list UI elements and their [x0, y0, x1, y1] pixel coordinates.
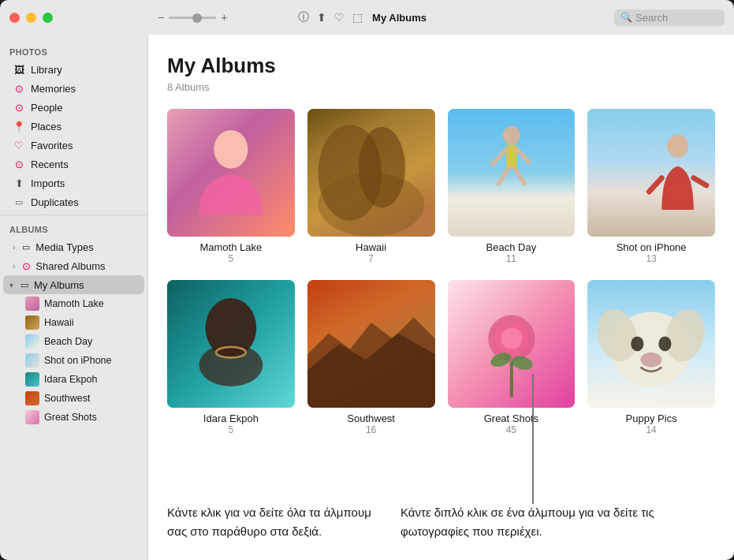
shot-on-iphone-album-count: 13: [646, 253, 656, 264]
sidebar: Photos 🖼 Library ⊙ Memories ⊙ People 📍 P…: [0, 35, 148, 560]
sidebar-group-media-types[interactable]: › ▭ Media Types: [3, 237, 144, 256]
album-shot-on-iphone[interactable]: Shot on iPhone 13: [587, 109, 715, 264]
album-great-shots[interactable]: Great Shots 45: [448, 280, 576, 435]
annotation-right-text: Κάντε διπλό κλικ σε ένα άλμπουμ για να δ…: [401, 503, 715, 541]
main-window: − + ⓘ ⬆ ♡ ⬚ My Albums 🔍 Search Photos: [0, 0, 734, 560]
svg-point-14: [667, 134, 688, 158]
sidebar-subitem-southwest[interactable]: Southwest: [3, 389, 144, 408]
rotate-icon[interactable]: ⬚: [352, 11, 363, 24]
photos-section-label: Photos: [0, 41, 147, 60]
sidebar-subitem-idara-ekpoh-label: Idara Ekpoh: [44, 374, 97, 385]
minimize-button[interactable]: [26, 13, 36, 23]
sidebar-subitem-idara-ekpoh[interactable]: Idara Ekpoh: [3, 370, 144, 389]
zoom-in-icon[interactable]: +: [221, 11, 227, 24]
titlebar-center: ⓘ ⬆ ♡ ⬚ My Albums: [298, 10, 436, 24]
content-column: My Albums 8 Albums: [148, 35, 734, 560]
svg-rect-0: [167, 109, 295, 237]
sidebar-group-shared-albums-label: Shared Albums: [35, 260, 105, 272]
sidebar-item-memories[interactable]: ⊙ Memories: [3, 79, 144, 98]
album-southwest[interactable]: Southwest 16: [307, 280, 435, 435]
svg-rect-13: [587, 109, 715, 237]
album-hawaii[interactable]: Hawaii 7: [307, 109, 435, 264]
search-icon: 🔍: [620, 12, 632, 23]
sidebar-item-imports-label: Imports: [31, 177, 65, 189]
media-types-chevron-icon: ›: [13, 243, 15, 252]
sidebar-subitem-beach-day[interactable]: Beach Day: [3, 332, 144, 351]
sidebar-item-places[interactable]: 📍 Places: [3, 117, 144, 136]
annotation-left: Κάντε κλικ για να δείτε όλα τα άλμπουμ σ…: [167, 503, 372, 541]
window-title: My Albums: [372, 12, 427, 24]
sidebar-group-shared-albums[interactable]: › ⊙ Shared Albums: [3, 256, 144, 275]
beach-day-thumb: [25, 334, 39, 349]
album-puppy-pics[interactable]: Puppy Pics 14: [587, 280, 715, 435]
southwest-album-count: 16: [366, 424, 376, 435]
sidebar-item-recents[interactable]: ⊙ Recents: [3, 155, 144, 174]
search-area[interactable]: 🔍 Search: [614, 9, 725, 26]
zoom-slider-thumb[interactable]: [192, 13, 202, 23]
duplicates-icon: ▭: [13, 196, 25, 208]
mamoth-lake-album-thumb: [167, 109, 295, 237]
southwest-album-name: Southwest: [347, 413, 395, 424]
albums-section-label: Albums: [0, 218, 147, 237]
album-mamoth-lake[interactable]: Mamoth Lake 5: [167, 109, 295, 264]
sidebar-item-imports[interactable]: ⬆ Imports: [3, 174, 144, 192]
beach-day-album-name: Beach Day: [486, 241, 537, 253]
recents-icon: ⊙: [13, 158, 25, 170]
memories-icon: ⊙: [13, 82, 25, 95]
heart-icon[interactable]: ♡: [334, 11, 345, 24]
sidebar-subitem-mamoth-lake-label: Mamoth Lake: [44, 298, 104, 309]
album-idara-ekpoh[interactable]: Idara Ekpoh 5: [167, 280, 295, 435]
southwest-thumb: [25, 391, 39, 405]
people-icon: ⊙: [13, 101, 25, 114]
shared-albums-icon: ⊙: [20, 259, 32, 272]
svg-point-5: [358, 127, 404, 207]
sidebar-item-people-label: People: [31, 102, 62, 114]
svg-point-36: [659, 336, 672, 351]
svg-point-37: [641, 352, 662, 367]
shot-on-iphone-album-name: Shot on iPhone: [617, 241, 687, 253]
sidebar-group-my-albums-label: My Albums: [34, 279, 84, 291]
sidebar-subitem-hawaii[interactable]: Hawaii: [3, 313, 144, 332]
sidebar-item-favorites[interactable]: ♡ Favorites: [3, 136, 144, 155]
close-button[interactable]: [9, 13, 20, 23]
zoom-slider-area: − +: [158, 11, 227, 24]
sidebar-subitem-shot-on-iphone[interactable]: Shot on iPhone: [3, 351, 144, 370]
albums-count: 8 Albums: [167, 81, 715, 93]
media-types-icon: ▭: [20, 241, 32, 253]
sidebar-subitem-great-shots-label: Great Shots: [44, 412, 97, 423]
annotation-area: Κάντε κλικ για να δείτε όλα τα άλμπουμ σ…: [148, 491, 734, 560]
sidebar-item-people[interactable]: ⊙ People: [3, 98, 144, 117]
sidebar-subitem-mamoth-lake[interactable]: Mamoth Lake: [3, 294, 144, 313]
album-beach-day[interactable]: Beach Day 11: [448, 109, 576, 264]
idara-ekpoh-thumb: [25, 372, 39, 386]
sidebar-item-places-label: Places: [31, 121, 61, 133]
puppy-pics-album-thumb: [587, 280, 715, 408]
maximize-button[interactable]: [43, 13, 53, 23]
annotation-left-text: Κάντε κλικ για να δείτε όλα τα άλμπουμ σ…: [167, 503, 372, 541]
sidebar-group-my-albums[interactable]: ▾ ▭ My Albums: [3, 275, 144, 294]
sidebar-item-duplicates[interactable]: ▭ Duplicates: [3, 192, 144, 211]
shared-albums-chevron-icon: ›: [13, 262, 15, 271]
search-input[interactable]: Search: [635, 12, 668, 24]
sidebar-subitem-southwest-label: Southwest: [44, 393, 90, 404]
great-shots-thumb: [25, 410, 39, 424]
annotation-line: [532, 374, 534, 504]
sidebar-subitem-great-shots[interactable]: Great Shots: [3, 408, 144, 427]
albums-grid: Mamoth Lake 5: [167, 109, 715, 435]
my-albums-icon: ▭: [18, 278, 31, 291]
sidebar-item-library-label: Library: [31, 64, 62, 76]
info-icon[interactable]: ⓘ: [298, 10, 309, 24]
idara-ekpoh-album-name: Idara Ekpoh: [203, 413, 259, 424]
svg-point-35: [632, 336, 644, 351]
sidebar-item-memories-label: Memories: [31, 83, 76, 95]
library-icon: 🖼: [13, 63, 25, 76]
share-icon[interactable]: ⬆: [317, 11, 326, 24]
sidebar-item-library[interactable]: 🖼 Library: [3, 60, 144, 79]
zoom-slider-track[interactable]: [169, 17, 216, 19]
places-icon: 📍: [13, 120, 25, 133]
zoom-out-icon[interactable]: −: [158, 11, 164, 24]
southwest-album-thumb: [307, 280, 435, 408]
shot-on-iphone-thumb: [25, 353, 39, 368]
sidebar-item-favorites-label: Favorites: [31, 140, 73, 151]
annotation-right: Κάντε διπλό κλικ σε ένα άλμπουμ για να δ…: [372, 503, 715, 541]
